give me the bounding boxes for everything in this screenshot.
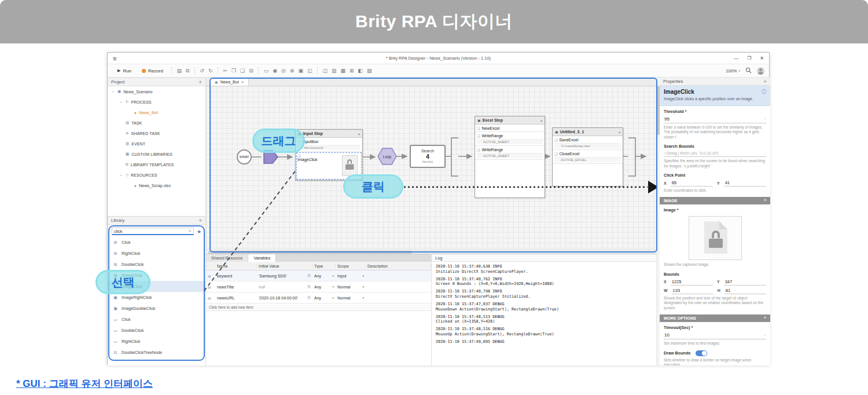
variable-type-dropdown[interactable]: Any ▾ <box>312 281 336 292</box>
library-item-rightclick[interactable]: ⊞ RightClick <box>108 248 205 259</box>
variable-description-cell[interactable] <box>366 281 431 292</box>
tree-item-custom-libraries[interactable]: ▦ CUSTOM LIBRARIES <box>108 149 205 159</box>
tree-item-news-scenario[interactable]: − ▣ News_Scenario <box>108 86 205 97</box>
library-item-doubleclicktreenode[interactable]: ⊟ DoubleClickTreeNode <box>108 347 205 358</box>
collapse-icon[interactable]: ▴ <box>619 130 620 134</box>
variable-scope-dropdown[interactable]: Normal ▾ <box>336 281 366 292</box>
chart-icon[interactable]: ▨ <box>365 68 374 74</box>
toolbar-separator[interactable] <box>258 67 259 74</box>
preview-icon[interactable]: ◎ <box>279 68 288 74</box>
split-view-icon[interactable]: ◫ <box>321 68 330 74</box>
variable-initial-value-cell[interactable]: null ⓐ <box>257 281 312 292</box>
tree-item-resources[interactable]: − ◇ RESOURCES <box>108 170 205 180</box>
captured-image-preview[interactable] <box>689 216 742 260</box>
activity-row[interactable]: ❏ WriteRange ACTIVE_SHEET <box>475 146 545 160</box>
variable-name-cell[interactable]: newsURL <box>215 292 257 303</box>
draw-bounds-toggle[interactable] <box>696 350 707 356</box>
record-screen-icon[interactable]: ◉ <box>271 68 279 74</box>
zoom-select[interactable]: 100% ▾ <box>726 68 740 74</box>
variable-description-cell[interactable] <box>366 292 431 303</box>
pin-icon[interactable]: ✛ <box>763 79 767 84</box>
record-button[interactable]: Record <box>137 68 168 74</box>
start-node[interactable]: START <box>237 149 252 164</box>
tab-shared-resource[interactable]: Shared Resource <box>206 254 248 262</box>
library-item-doubleclick-mouse[interactable]: ▭ DoubleClick <box>108 325 205 336</box>
copy-icon[interactable]: ❐ <box>229 68 238 74</box>
library-item-imagedoubleclick[interactable]: ▣ ImageDoubleClick <box>108 303 205 314</box>
activity-row[interactable]: ❏ WriteRange ACTIVE_SHEET <box>475 132 545 146</box>
info-icon[interactable]: ⓘ <box>762 89 766 95</box>
tree-expander[interactable]: − <box>112 90 115 94</box>
scenario-canvas[interactable]: START ▣ Input Step ▴ ❏ InputBox this.key… <box>206 86 656 250</box>
library-item-doubleclick[interactable]: ⊞ DoubleClick <box>108 259 205 270</box>
clear-search-icon[interactable]: ✕ <box>188 229 191 233</box>
library-item-rightclick-mouse[interactable]: ▭ RightClick <box>108 336 205 347</box>
tab-news-bot[interactable]: ▣ News_Bot ✕ <box>210 78 249 86</box>
close-button[interactable]: ✕ <box>760 56 764 61</box>
user-avatar[interactable] <box>757 67 764 75</box>
variable-scope-dropdown[interactable]: Normal ▾ <box>336 292 366 303</box>
grid-icon[interactable]: ⊞ <box>348 68 356 74</box>
restore-button[interactable]: ❐ <box>747 56 751 61</box>
table-icon[interactable]: ▦ <box>339 68 348 74</box>
search-bounds-input[interactable]: <String | Rect> (ex. '0,0,10,10') ▫ <box>664 150 766 157</box>
search-icon[interactable] <box>745 67 752 75</box>
toolbar-separator[interactable] <box>317 67 318 74</box>
delete-icon[interactable]: ⊟ <box>247 68 256 74</box>
tree-item-event[interactable]: ▥ EVENT <box>108 138 205 149</box>
variable-type-dropdown[interactable]: Any ▾ <box>312 270 336 281</box>
paste-icon[interactable]: ❏ <box>238 68 247 74</box>
run-button[interactable]: ▶ Run <box>112 68 137 74</box>
cut-icon[interactable]: ✂ <box>221 68 230 74</box>
undo-icon[interactable]: ↺ <box>198 68 207 74</box>
tree-item-news-bot[interactable]: ● News_Bot <box>108 107 205 118</box>
variable-name-cell[interactable]: keyword <box>215 270 257 281</box>
library-search-input[interactable] <box>114 229 188 234</box>
tree-expander[interactable]: − <box>120 173 123 177</box>
tab-variables[interactable]: Variables <box>248 254 276 262</box>
bounds-h-value[interactable]: 81 <box>724 287 766 294</box>
tree-item-news-scrap-xlsx[interactable]: ● News_Scrap.xlsx <box>108 180 205 191</box>
tab-close-icon[interactable]: ✕ <box>241 80 244 84</box>
target-icon[interactable]: ⊕ <box>288 68 296 74</box>
variable-scope-dropdown[interactable]: Input ▾ <box>336 270 366 281</box>
bounds-x-value[interactable]: 1225 <box>671 279 713 286</box>
variable-type-dropdown[interactable]: Any ▾ <box>312 292 336 303</box>
columns-icon[interactable]: ▥ <box>330 68 339 74</box>
pin-icon[interactable]: ✛ <box>198 218 202 223</box>
activity-row[interactable]: ❏ NewExcel <box>475 125 545 132</box>
screen-capture-icon[interactable]: ▭ <box>262 68 271 74</box>
toolbar-separator[interactable] <box>194 67 195 74</box>
input-step-node[interactable]: ▣ Input Step ▴ ❏ InputBox this.keyword ❏ <box>295 129 363 181</box>
minimize-button[interactable]: — <box>734 56 738 61</box>
click-point-y-input[interactable]: 41 <box>724 180 766 186</box>
tree-item-process[interactable]: − ↻ PROCESS <box>108 97 205 107</box>
add-variable-row[interactable]: Click here to add new item <box>206 303 431 311</box>
tree-expander[interactable]: − <box>120 100 123 104</box>
field-edit-icon[interactable]: ▫ <box>764 152 766 155</box>
inputbox-activity-row[interactable]: ❏ InputBox this.keyword <box>296 138 362 152</box>
code-view-icon[interactable]: ▣ <box>296 68 306 74</box>
variable-initial-value-cell[interactable]: '2020-10-18 04:00:00' ⓐ <box>257 292 312 303</box>
field-edit-icon[interactable]: ▫ <box>764 334 766 337</box>
untitled-step-node[interactable]: ▣ Untitled_3_1 ▴ ❏ SaveExcel 'C:\newsScr… <box>552 127 623 186</box>
click-point-x-input[interactable]: 65 <box>671 180 713 186</box>
toolbar-separator[interactable] <box>218 67 218 74</box>
collapse-icon[interactable]: ▴ <box>358 131 360 136</box>
activity-row[interactable]: ❏ CloseExcel ACTIVE_EXCEL <box>553 150 623 164</box>
save-all-icon[interactable]: ⧉ <box>183 68 191 74</box>
hamburger-menu-icon[interactable]: ≡ <box>113 55 116 62</box>
form-icon[interactable]: ◧ <box>356 68 365 74</box>
more-options-section-header[interactable]: MORE OPTIONS ^ <box>660 314 770 322</box>
variable-row[interactable]: ▤ newsURL '2020-10-18 04:00:00' ⓐ Any ▾ … <box>206 292 431 303</box>
app-window-icon[interactable]: ◱ <box>305 68 314 74</box>
threshold-input[interactable]: 95 ▫ <box>664 115 766 123</box>
bounds-y-value[interactable]: 347 <box>724 279 766 286</box>
image-section-header[interactable]: IMAGE ^ <box>660 197 770 204</box>
variable-description-cell[interactable] <box>366 270 431 281</box>
excel-step-node[interactable]: ▣ Excel Step ▴ ❏ NewExcel <box>475 116 545 198</box>
pin-icon[interactable]: ✛ <box>198 80 202 85</box>
save-icon[interactable]: ▤ <box>175 68 184 74</box>
collapse-icon[interactable]: ▴ <box>540 118 542 122</box>
tree-item-task[interactable]: ▤ TASK <box>108 118 205 128</box>
